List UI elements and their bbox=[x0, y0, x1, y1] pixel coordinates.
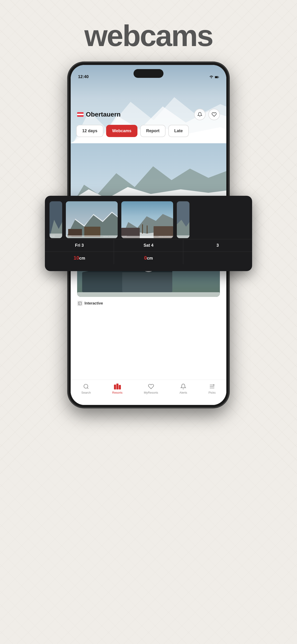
cam-thumb-partial-right-image bbox=[177, 201, 190, 238]
picks-nav-icon bbox=[208, 383, 216, 390]
favorites-button[interactable] bbox=[208, 109, 220, 120]
notification-button[interactable] bbox=[194, 109, 206, 120]
svg-point-21 bbox=[84, 384, 88, 388]
snow-cell-0: 10cm bbox=[45, 252, 114, 264]
cam-thumb-partial-left: W★D bbox=[50, 201, 62, 238]
nav-label-alerts: Alerts bbox=[180, 391, 187, 394]
day-label-1: Sat 4 bbox=[144, 243, 153, 248]
resort-name: Obertauern bbox=[86, 111, 121, 118]
svg-rect-44 bbox=[147, 226, 148, 234]
provider-icon-2 bbox=[77, 300, 83, 306]
nav-item-alerts[interactable]: Alerts bbox=[180, 383, 187, 394]
svg-rect-18 bbox=[78, 302, 81, 305]
provider-row-2: Interactive bbox=[71, 297, 226, 306]
snow-value-0: 10 bbox=[74, 255, 79, 261]
tabs-row: 12 days Webcams Report Late bbox=[71, 125, 226, 137]
phone-mockup: 12:40 bbox=[59, 62, 238, 431]
day-cell-1: Sat 4 bbox=[114, 239, 183, 252]
dynamic-island bbox=[134, 69, 164, 78]
status-time: 12:40 bbox=[78, 74, 89, 79]
provider-label-2: Interactive bbox=[84, 301, 103, 306]
alerts-nav-icon bbox=[180, 383, 187, 390]
day-label-0: Fri 3 bbox=[75, 243, 84, 248]
svg-rect-2 bbox=[218, 77, 219, 78]
tab-report[interactable]: Report bbox=[140, 125, 166, 137]
myresorts-nav-icon bbox=[148, 383, 154, 390]
cam-thumb-partial-right bbox=[177, 201, 190, 238]
snow-value-1: 0 bbox=[144, 255, 147, 261]
nav-label-myresorts: MyResorts bbox=[144, 391, 158, 394]
snow-unit-0: cm bbox=[79, 256, 85, 260]
page-title: webcams bbox=[84, 18, 212, 53]
snow-cell-1: 0cm bbox=[114, 252, 183, 264]
tab-webcams[interactable]: Webcams bbox=[106, 125, 138, 137]
svg-rect-24 bbox=[116, 384, 118, 390]
header-buttons bbox=[194, 109, 220, 120]
tab-late[interactable]: Late bbox=[168, 125, 189, 137]
day-label-2: 3 bbox=[216, 243, 219, 248]
svg-line-22 bbox=[87, 388, 88, 389]
cam-thumb-1-image: W★D cached 2024/06/03 bbox=[66, 201, 118, 238]
battery-icon bbox=[215, 75, 219, 79]
cam-watermark-1: W★D bbox=[67, 235, 71, 237]
nav-item-search[interactable]: Search bbox=[81, 383, 91, 394]
day-cell-2: 3 bbox=[183, 239, 252, 252]
snow-depth-row: 10cm 0cm bbox=[45, 252, 252, 264]
cam-watermark-2: W★D bbox=[122, 235, 127, 237]
wifi-icon bbox=[209, 75, 214, 79]
cam-watermark-left: W★D bbox=[50, 235, 55, 237]
svg-rect-1 bbox=[215, 76, 218, 78]
snow-unit-1: cm bbox=[147, 256, 153, 260]
country-flag bbox=[77, 112, 84, 117]
snow-cell-2 bbox=[183, 252, 252, 264]
camera-thumbnails-row: W★D bbox=[45, 201, 252, 238]
nav-label-search: Search bbox=[81, 391, 91, 394]
cam-cached-1: cached 2024/06/03 bbox=[103, 236, 117, 237]
resort-header: Obertauern bbox=[71, 104, 226, 120]
nav-label-picks: Picks bbox=[208, 391, 216, 394]
search-nav-icon bbox=[83, 383, 90, 390]
cam-cached-2: cached 2024/06/04 bbox=[158, 236, 172, 237]
day-cell-0: Fri 3 bbox=[45, 239, 114, 252]
day-labels-row: Fri 3 Sat 4 3 bbox=[45, 239, 252, 252]
forecast-overlay-panel: W★D bbox=[45, 196, 252, 271]
cam-thumb-partial-image: W★D bbox=[50, 201, 62, 238]
cam-thumb-2-image: W★D cached 2024/06/04 bbox=[121, 201, 173, 238]
cam-thumb-1[interactable]: W★D cached 2024/06/03 bbox=[66, 201, 118, 238]
svg-rect-25 bbox=[119, 385, 121, 390]
status-icons bbox=[209, 75, 219, 79]
resort-name-area: Obertauern bbox=[77, 111, 121, 118]
nav-item-myresorts[interactable]: MyResorts bbox=[144, 383, 158, 394]
bottom-nav: Search Resorts bbox=[71, 380, 226, 405]
cam-thumb-2[interactable]: W★D cached 2024/06/04 bbox=[121, 201, 173, 238]
resorts-nav-icon bbox=[114, 383, 121, 390]
nav-item-picks[interactable]: Picks bbox=[208, 383, 216, 394]
nav-item-resorts[interactable]: Resorts bbox=[112, 383, 122, 394]
svg-rect-50 bbox=[177, 236, 190, 238]
svg-rect-23 bbox=[114, 385, 116, 390]
svg-rect-17 bbox=[77, 292, 220, 297]
tab-12days[interactable]: 12 days bbox=[76, 125, 103, 137]
svg-rect-43 bbox=[142, 224, 143, 234]
svg-rect-14 bbox=[82, 272, 127, 292]
nav-label-resorts: Resorts bbox=[112, 391, 122, 394]
